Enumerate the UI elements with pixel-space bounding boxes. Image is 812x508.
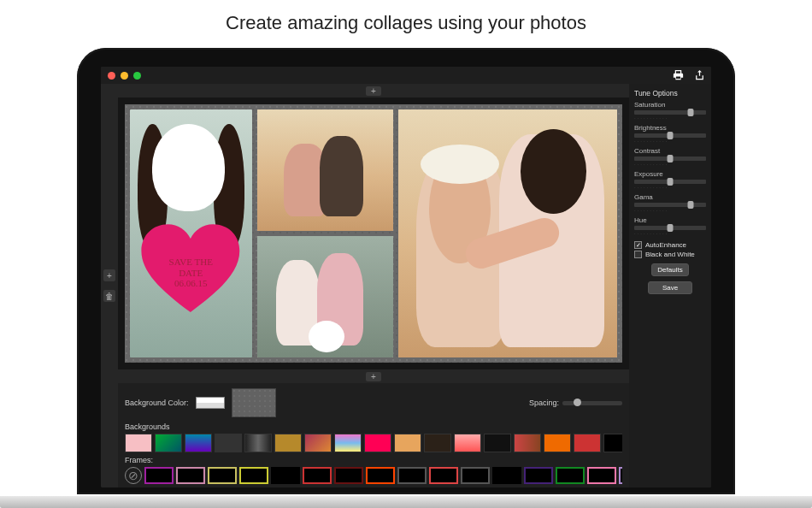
laptop-frame: + 🗑 + (77, 48, 735, 494)
bg-color-label: Background Color: (125, 399, 189, 407)
frame-thumb[interactable] (366, 467, 395, 484)
slider-label: Saturation (634, 101, 706, 109)
background-thumb[interactable] (304, 434, 332, 452)
heart-text-line: SAVE THE (169, 257, 213, 267)
no-frame-button[interactable]: ⊘ (125, 467, 142, 484)
hue-slider[interactable] (634, 226, 706, 230)
page-headline: Create amazing collages using your photo… (0, 0, 812, 34)
bg-color-swatch[interactable] (196, 397, 225, 409)
contrast-slider[interactable] (634, 157, 706, 161)
frame-thumb[interactable] (303, 467, 332, 484)
background-thumb[interactable] (484, 434, 511, 452)
slider-label: Brightness (634, 124, 706, 132)
slider-label: Gama (634, 193, 706, 201)
laptop-base (0, 496, 812, 508)
defaults-button[interactable]: Defaults (651, 263, 688, 276)
background-thumb[interactable] (454, 434, 481, 452)
frame-thumb[interactable] (334, 467, 363, 484)
background-thumb[interactable] (125, 434, 152, 452)
canvas-area: SAVE THE DATE 06.06.15 (118, 97, 629, 369)
autoenhance-checkbox[interactable]: ✓ AutoEnhance (634, 241, 706, 249)
frame-thumb[interactable] (429, 467, 458, 484)
brightness-slider[interactable] (634, 133, 706, 138)
background-thumb[interactable] (185, 434, 212, 452)
window-minimize-button[interactable] (121, 72, 128, 80)
checkbox-icon: ✓ (634, 241, 642, 249)
frames-section-label: Frames: (125, 456, 622, 464)
background-thumb[interactable] (544, 434, 571, 452)
slider-label: Hue (634, 216, 706, 224)
app-window: + 🗑 + (101, 67, 711, 487)
collage-cell[interactable] (257, 109, 394, 231)
photo-content (320, 136, 363, 216)
frame-thumb[interactable] (556, 467, 585, 484)
frame-thumb[interactable] (587, 467, 616, 484)
slider-ticks: ∙∙∙∙∙∙∙∙∙∙∙ (634, 208, 706, 213)
bg-texture-preview[interactable] (232, 388, 276, 417)
photo-content (421, 145, 499, 184)
collage-cell[interactable] (257, 236, 394, 357)
collage-canvas[interactable]: SAVE THE DATE 06.06.15 (125, 104, 622, 363)
slider-ticks: ∙∙∙∙∙∙∙∙∙∙∙ (634, 115, 706, 121)
content-row: + 🗑 + (101, 84, 711, 487)
frame-thumb[interactable] (461, 467, 490, 484)
top-rail: + (118, 84, 629, 97)
collage-cell[interactable]: SAVE THE DATE 06.06.15 (130, 109, 252, 357)
frame-thumb[interactable] (176, 467, 205, 484)
heart-text-line: DATE (179, 268, 203, 278)
window-close-button[interactable] (108, 72, 115, 80)
slider-label: Contrast (634, 147, 706, 155)
saturation-slider[interactable] (634, 110, 706, 115)
print-icon[interactable] (672, 68, 685, 81)
slider-label: Exposure (634, 170, 706, 178)
heart-text-line: 06.06.15 (174, 278, 208, 288)
bw-label: Black and White (645, 251, 695, 258)
frame-thumb[interactable] (208, 467, 237, 484)
tune-panel-title: Tune Options (634, 89, 706, 97)
background-thumb[interactable] (364, 434, 391, 452)
save-button[interactable]: Save (648, 281, 692, 294)
titlebar (101, 67, 711, 84)
frame-thumb[interactable] (271, 467, 300, 484)
background-thumb[interactable] (215, 434, 242, 452)
autoenhance-label: AutoEnhance (645, 241, 686, 249)
spacing-slider[interactable] (562, 401, 622, 405)
frame-thumb[interactable] (619, 467, 622, 484)
left-rail: + 🗑 (101, 84, 118, 487)
trash-button[interactable]: 🗑 (103, 290, 115, 302)
add-left-button[interactable]: + (103, 269, 115, 281)
background-thumb[interactable] (514, 434, 541, 452)
collage-cell[interactable] (398, 109, 617, 357)
add-top-button[interactable]: + (366, 86, 381, 96)
background-thumb[interactable] (394, 434, 421, 452)
background-thumb[interactable] (334, 434, 362, 452)
bottom-panel: Background Color: Spacing: Backgrounds F… (118, 383, 629, 487)
add-bottom-button[interactable]: + (366, 372, 381, 381)
frame-thumb[interactable] (397, 467, 427, 484)
background-thumb[interactable] (574, 434, 601, 452)
photo-content (152, 124, 226, 211)
bottom-rail: + (118, 369, 629, 383)
share-icon[interactable] (693, 68, 706, 81)
background-thumb[interactable] (155, 434, 182, 452)
frame-thumb[interactable] (524, 467, 553, 484)
frame-thumb[interactable] (239, 467, 268, 484)
canvas-column: + SAVE THE (118, 84, 629, 487)
spacing-control: Spacing: (529, 399, 622, 407)
background-thumb[interactable] (424, 434, 451, 452)
frame-thumb[interactable] (492, 467, 521, 484)
gama-slider[interactable] (634, 203, 706, 207)
background-thumb[interactable] (603, 434, 622, 452)
checkbox-icon (634, 251, 642, 258)
tune-options-panel: Tune Options Saturation∙∙∙∙∙∙∙∙∙∙∙Bright… (629, 84, 711, 487)
frame-thumb[interactable] (144, 467, 174, 484)
bw-checkbox[interactable]: Black and White (634, 251, 706, 258)
exposure-slider[interactable] (634, 180, 706, 184)
heart-sign: SAVE THE DATE 06.06.15 (139, 209, 242, 328)
photo-content (521, 129, 586, 214)
background-thumb[interactable] (274, 434, 302, 452)
window-zoom-button[interactable] (133, 72, 141, 80)
backgrounds-section-label: Backgrounds (125, 422, 622, 431)
photo-content (309, 321, 344, 352)
background-thumb[interactable] (244, 434, 272, 452)
